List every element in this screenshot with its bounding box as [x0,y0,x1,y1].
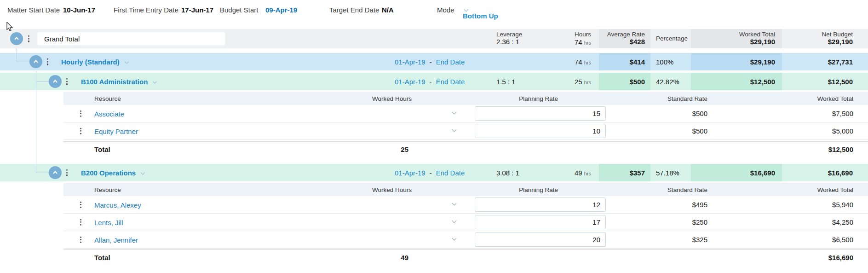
mouse-cursor [6,22,15,32]
resource-dropdown-icon[interactable] [450,217,459,227]
phase-leverage: 3.08 : 1 [469,164,535,181]
percentage-column-label: Percentage [656,35,691,42]
resource-table-b100: Resource Worked Hours Planning Rate Stan… [63,92,868,157]
phase-b200-row: B200 Operations 01-Apr-19 - End Date 3.0… [0,164,868,181]
resource-table-b200: Resource Worked Hours Planning Rate Stan… [63,183,868,265]
phase-b100-row: B100 Administration 01-Apr-19 - End Date… [0,73,868,90]
resource-dropdown-icon[interactable] [450,109,459,119]
budget-planner-app: Matter Start Date 10-Jun-17 First Time E… [0,0,868,273]
collapse-button[interactable] [29,55,42,68]
resource-dropdown-icon[interactable] [450,235,459,245]
kebab-menu-icon[interactable] [65,168,69,178]
collapse-button[interactable] [49,75,62,88]
phase-name[interactable]: B200 Operations [81,169,146,177]
chevron-up-icon [13,35,20,42]
planning-rate-column-header: Planning Rate [412,183,559,196]
phase-average-rate: $357 [599,164,650,181]
phase-total-row: Total 25 $12,500 [63,141,868,157]
tree-connector-line [36,70,36,173]
collapse-button[interactable] [49,166,62,179]
worked-total-column-label: Worked Total [691,31,775,38]
phase-worked-total: $12,500 [691,73,782,90]
total-label: Total [63,250,258,265]
tree-connector-line [17,62,29,62]
worked-total-value: $4,250 [708,214,868,231]
standard-rate-column-header: Standard Rate [559,183,708,196]
resource-table-header: Resource Worked Hours Planning Rate Stan… [63,183,868,196]
hourly-hours: 74hrs [535,53,599,70]
kebab-menu-icon[interactable] [79,200,83,209]
hourly-leverage [469,53,535,70]
kebab-menu-icon[interactable] [65,77,69,87]
hourly-net-budget: $27,731 [782,53,868,70]
hours-column-label: Hours [535,31,591,38]
worked-hours-input[interactable] [475,215,606,229]
phase-leverage: 1.5 : 1 [469,73,535,90]
kebab-menu-icon[interactable] [46,57,50,67]
leverage-column-label: Leverage [496,31,535,38]
phase-net-budget: $16,690 [782,164,868,181]
mode-selector[interactable]: Bottom Up [463,6,470,14]
worked-hours-input[interactable] [475,197,606,212]
end-date-link[interactable]: End Date [436,58,465,66]
total-worked-total: $16,690 [708,250,868,265]
end-date-link[interactable]: End Date [436,169,465,177]
hourly-worked-total: $29,190 [691,53,782,70]
kebab-menu-icon[interactable] [27,34,31,44]
end-date-link[interactable]: End Date [436,78,465,86]
resource-name-link[interactable]: Lents, Jill [94,218,123,226]
worked-total-column-header: Worked Total [708,183,868,196]
phase-name[interactable]: B100 Administration [81,78,158,86]
first-time-entry-date-label: First Time Entry Date [114,6,178,14]
chevron-down-icon [140,170,146,176]
start-date-link[interactable]: 01-Apr-19 [395,78,425,86]
worked-hours-input[interactable] [475,106,606,121]
grand-total-percentage: Percentage [650,29,691,48]
worked-hours-column-header: Worked Hours [258,92,412,105]
net-budget-column-label: Net Budget [782,31,853,38]
resource-dropdown-icon[interactable] [450,126,459,136]
resource-name-link[interactable]: Marcus, Alexey [94,201,141,209]
chevron-down-icon [152,79,158,85]
planning-rate-column-header: Planning Rate [412,92,559,105]
total-label: Total [63,142,258,157]
start-date-link[interactable]: 01-Apr-19 [395,169,425,177]
phase-hours: 49hrs [535,164,599,181]
tree-connector-line [36,173,49,173]
phase-worked-total: $16,690 [691,164,782,181]
billing-type-name[interactable]: Hourly (Standard) [61,58,130,66]
matter-info-bar: Matter Start Date 10-Jun-17 First Time E… [0,0,868,21]
hourly-average-rate: $414 [599,53,650,70]
target-end-date-value: N/A [382,6,394,14]
resource-name-link[interactable]: Associate [94,110,124,117]
phase-average-rate: $500 [599,73,650,90]
resource-row: Equity Partner $500 $5,000 [63,122,868,140]
average-rate-column-label: Average Rate [599,31,645,38]
date-separator: - [430,78,432,86]
date-separator: - [430,58,432,66]
kebab-menu-icon[interactable] [79,235,83,244]
kebab-menu-icon[interactable] [79,109,83,118]
budget-start-label: Budget Start [220,6,258,14]
phase-total-row: Total 49 $16,690 [63,250,868,265]
grand-total-worked-total: Worked Total $29,190 [691,29,782,48]
budget-start-value[interactable]: 09-Apr-19 [265,6,297,14]
resource-row: Associate $500 $7,500 [63,105,868,122]
resource-row: Allan, Jennifer $325 $6,500 [63,231,868,249]
resource-row: Marcus, Alexey $495 $5,940 [63,196,868,214]
kebab-menu-icon[interactable] [79,126,83,136]
collapse-button[interactable] [10,32,23,45]
target-end-date-label: Target End Date [329,6,379,14]
resource-column-header: Resource [63,92,258,105]
worked-hours-input[interactable] [475,124,606,138]
grand-total-name-input[interactable] [37,32,225,46]
total-worked-hours: 49 [258,250,412,265]
start-date-link[interactable]: 01-Apr-19 [395,58,425,66]
worked-total-value: $7,500 [708,105,868,122]
resource-dropdown-icon[interactable] [450,200,459,210]
worked-total-column-header: Worked Total [708,92,868,105]
resource-name-link[interactable]: Allan, Jennifer [94,236,138,244]
kebab-menu-icon[interactable] [79,217,83,227]
worked-hours-input[interactable] [475,232,606,247]
resource-name-link[interactable]: Equity Partner [94,127,138,135]
